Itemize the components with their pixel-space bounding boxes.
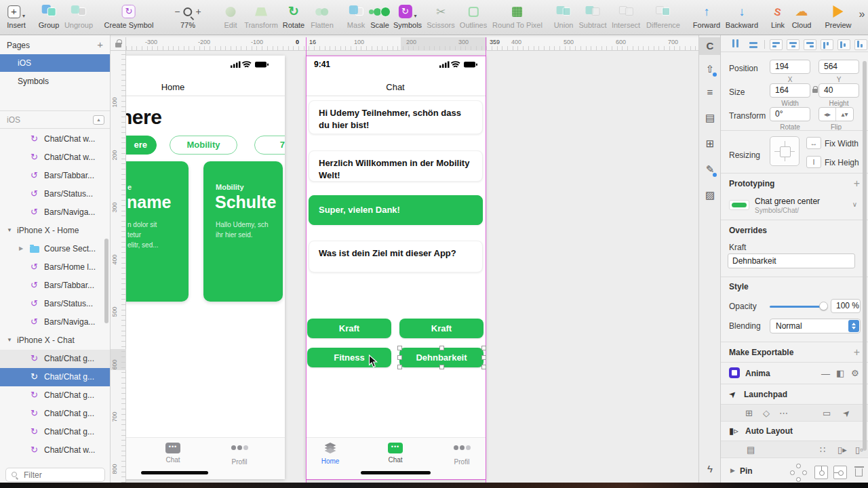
form-plugin-button[interactable]: ▤ bbox=[699, 108, 721, 129]
sidebar-scrollbar[interactable] bbox=[104, 239, 108, 323]
layer-row[interactable]: ↻Chat/Chat g... bbox=[0, 405, 110, 423]
artboard-list-button[interactable]: ▲ bbox=[93, 115, 104, 125]
page-item-ios[interactable]: iOS bbox=[0, 54, 110, 72]
align-center-h-button[interactable] bbox=[787, 39, 800, 50]
layer-row[interactable]: ↺Bars/Status... bbox=[0, 185, 110, 203]
distribute-vertical-button[interactable] bbox=[747, 39, 760, 50]
lock-ratio-icon[interactable] bbox=[812, 89, 818, 93]
zoom-control[interactable]: −+ 77% bbox=[172, 3, 203, 29]
artboard-chat[interactable]: 9:41 Chat Hi Udemy Teilnehmer, schön das… bbox=[306, 56, 486, 479]
disclosure-triangle-icon[interactable]: ▼ bbox=[7, 227, 12, 233]
choice-button-kraft-1[interactable]: Kraft bbox=[307, 319, 391, 338]
align-bottom-button[interactable] bbox=[854, 39, 867, 50]
insert-button[interactable]: +▾ Insert bbox=[7, 3, 26, 29]
distribute-horizontal-button[interactable] bbox=[729, 39, 742, 50]
pin-vertical-button[interactable] bbox=[814, 466, 828, 479]
override-text-input[interactable] bbox=[728, 253, 855, 268]
export-plugin-button[interactable]: ⇧ bbox=[699, 60, 721, 80]
add-prototype-button[interactable]: + bbox=[854, 179, 860, 188]
difference-button[interactable]: Difference bbox=[646, 3, 680, 29]
selection-handle[interactable] bbox=[397, 355, 402, 360]
inspector-scrollbar[interactable] bbox=[863, 61, 867, 451]
size-width-input[interactable]: 164 bbox=[770, 83, 810, 98]
panel-icon[interactable]: ◧ bbox=[836, 368, 844, 378]
course-card[interactable]: Mobility Schulte Hallo Udemy, sch ihr hi… bbox=[203, 161, 283, 302]
disclosure-triangle-icon[interactable]: ▶ bbox=[19, 245, 23, 251]
layer-row[interactable]: ↺Bars/Tabbar... bbox=[0, 277, 110, 295]
toolbar-overflow-button[interactable]: » bbox=[859, 8, 865, 20]
rotate-input[interactable]: 0° bbox=[770, 107, 810, 121]
page-heading[interactable]: here bbox=[126, 106, 161, 129]
align-top-button[interactable] bbox=[821, 39, 833, 50]
gear-icon[interactable]: ⚙ bbox=[851, 368, 859, 378]
subtract-button[interactable]: Subtract bbox=[579, 3, 607, 29]
align-left-button[interactable] bbox=[770, 39, 783, 50]
position-x-input[interactable]: 194 bbox=[770, 60, 810, 74]
flatten-button[interactable]: Flatten bbox=[311, 3, 334, 29]
selection-handle[interactable] bbox=[481, 355, 486, 360]
category-pill[interactable]: 7 I bbox=[254, 136, 285, 155]
create-symbol-button[interactable]: ↻ Create Symbol bbox=[104, 3, 154, 29]
lock-icon[interactable] bbox=[115, 43, 121, 47]
outlines-button[interactable]: Outlines bbox=[460, 3, 487, 29]
round-to-pixel-button[interactable]: Round To Pixel bbox=[492, 3, 542, 29]
fix-height-button[interactable]: I bbox=[806, 156, 821, 168]
intersect-button[interactable]: Intersect bbox=[612, 3, 640, 29]
tray-plugin-button[interactable]: ≡ bbox=[699, 83, 721, 103]
tab-chat[interactable]: ••• Chat bbox=[375, 443, 416, 464]
opacity-slider-knob[interactable] bbox=[819, 302, 828, 310]
add-page-button[interactable]: + bbox=[97, 39, 103, 50]
cube-icon[interactable]: ◇ bbox=[763, 408, 770, 418]
disclosure-triangle-icon[interactable]: ▶ bbox=[730, 467, 735, 474]
scissors-button[interactable]: ✂ Scissors bbox=[427, 3, 455, 29]
layer-row[interactable]: ↺Bars/Naviga... bbox=[0, 313, 110, 331]
fix-width-button[interactable]: ↔ bbox=[806, 137, 821, 149]
transform-button[interactable]: Transform bbox=[244, 3, 278, 29]
symbols-button[interactable]: ↻▾ Symbols bbox=[393, 3, 422, 29]
layer-row[interactable]: ↻Chat/Chat w... bbox=[0, 130, 110, 148]
ungroup-button[interactable]: Ungroup bbox=[64, 3, 93, 29]
zoom-out-icon[interactable]: − bbox=[172, 6, 182, 17]
scale-button[interactable]: Scale bbox=[369, 3, 391, 29]
tab-home[interactable]: Home bbox=[310, 443, 351, 465]
layer-row[interactable]: ↺Bars/Tabbar... bbox=[0, 167, 110, 185]
tab-chat[interactable]: ••• Chat bbox=[153, 443, 193, 464]
folder-layout-icon[interactable]: ▤ bbox=[747, 445, 755, 455]
layer-row[interactable]: ↺Bars/Status... bbox=[0, 295, 110, 313]
chat-message[interactable]: Herzlich Willkommen in der Mobility Welt… bbox=[309, 150, 483, 182]
choice-button-kraft-2[interactable]: Kraft bbox=[399, 319, 484, 338]
chat-message[interactable]: Was ist dein Ziel mit dieser App? bbox=[309, 241, 483, 272]
tab-profil[interactable]: Profil bbox=[219, 443, 260, 466]
pen-plugin-button[interactable]: ✎ bbox=[699, 160, 721, 180]
cloud-button[interactable]: ☁ Cloud bbox=[792, 3, 812, 29]
layer-row[interactable]: ↻Chat/Chat g... bbox=[0, 350, 110, 368]
align-right-button[interactable] bbox=[804, 39, 816, 50]
tab-profil[interactable]: Profil bbox=[441, 443, 482, 466]
layer-row[interactable]: ↺Bars/Naviga... bbox=[0, 203, 110, 222]
opacity-slider[interactable] bbox=[770, 306, 824, 308]
mask-button[interactable]: Mask bbox=[347, 3, 365, 29]
artboard-row-home[interactable]: ▼iPhone X - Home bbox=[0, 222, 110, 240]
course-card[interactable]: e name n dolor sit tetur elitr, sed... bbox=[126, 161, 189, 302]
align-middle-button[interactable] bbox=[837, 39, 850, 50]
pin-widget[interactable] bbox=[791, 465, 807, 481]
resizing-widget[interactable] bbox=[770, 136, 800, 166]
chat-message-green[interactable]: Super, vielen Dank! bbox=[309, 195, 483, 225]
category-pill[interactable]: Mobility bbox=[170, 136, 237, 155]
zoom-in-icon[interactable]: + bbox=[194, 6, 203, 17]
layer-row[interactable]: ↺Bars/Home l... bbox=[0, 258, 110, 277]
minimize-icon[interactable]: — bbox=[821, 369, 830, 379]
pin-horizontal-button[interactable] bbox=[833, 466, 847, 479]
flip-control[interactable]: ◂▸▴▾ bbox=[818, 107, 854, 121]
size-height-input[interactable]: 40 bbox=[818, 83, 859, 98]
lightning-plugin-button[interactable]: ϟ bbox=[699, 460, 721, 480]
squares-plugin-button[interactable]: ⊞ bbox=[699, 134, 721, 155]
artboard-row-chat[interactable]: ▼iPhone X - Chat bbox=[0, 331, 110, 350]
layer-row[interactable]: ↻Chat/Chat w... bbox=[0, 441, 110, 460]
frame-swap-icon[interactable]: ⊞ bbox=[745, 408, 753, 418]
blending-dropdown[interactable]: Normal bbox=[770, 319, 861, 333]
forward-button[interactable]: ↑ Forward bbox=[693, 3, 720, 29]
browser-icon[interactable]: ▭ bbox=[823, 408, 831, 418]
layer-row-folder[interactable]: ▶Course Sect... bbox=[0, 240, 110, 258]
selection-handle[interactable] bbox=[481, 365, 486, 369]
